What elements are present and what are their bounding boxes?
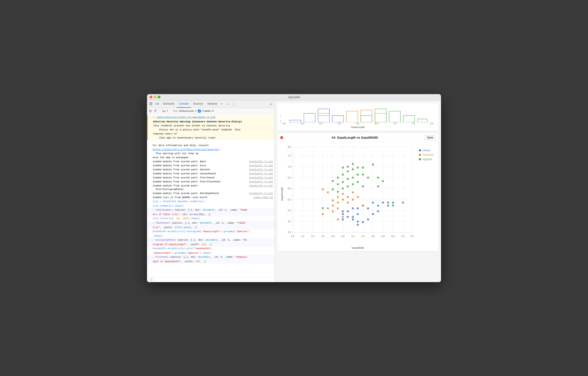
index-html-link[interactable]: index.html:23 [252, 196, 273, 199]
settings-gear-icon[interactable]: ⚙ [212, 109, 214, 113]
svg-point-95 [342, 198, 344, 201]
svg-rect-16 [361, 116, 372, 122]
log-line-blank [147, 140, 274, 143]
log-module-base: loaded module from system path: Base Sta… [147, 159, 274, 164]
repl-cmd-5b: 'SepalLength').groupBy('Species').show() [147, 251, 274, 255]
repl-cmd-4: › StatKnife.attach(iris).histogram('Sepa… [147, 230, 274, 234]
svg-point-73 [357, 213, 359, 215]
electron-docs-link[interactable]: https://electronjs.org/docs/tutorial/sec… [153, 148, 219, 151]
log-module-plotplotpanel: loaded module from system path: Plot/Plo… [147, 180, 274, 184]
charts-panel[interactable]: 2 0 [275, 100, 441, 282]
tab-sources[interactable]: Sources [191, 100, 205, 108]
close-button[interactable] [150, 96, 152, 98]
svg-point-135 [402, 201, 404, 204]
repl-result-2b: iris", _panel: div#2.panel, …} [147, 225, 274, 230]
svg-point-97 [352, 191, 354, 193]
main-content: Elements Console Sources Network » ⚠ 1 ⋮… [147, 100, 441, 282]
console-output[interactable]: ⚠ ▶ /Users/hiro/src/stat…ity-warnings.js… [147, 114, 274, 277]
svg-point-98 [337, 207, 339, 209]
svg-point-113 [347, 170, 349, 173]
svg-text:2.8: 2.8 [331, 235, 335, 237]
svg-text:5.0: 5.0 [288, 209, 291, 212]
statknife-link-2[interactable]: StatKnife.js:143 [247, 164, 273, 167]
svg-point-96 [347, 196, 349, 198]
statknife-link-1[interactable]: StatKnife.js:143 [247, 160, 273, 163]
context-selector[interactable]: top ▼ [161, 109, 170, 113]
svg-point-139 [382, 180, 384, 182]
clear-console-icon[interactable] [148, 109, 152, 113]
svg-point-108 [342, 167, 344, 169]
statknife-link-4[interactable]: StatKnife.js:143 [247, 172, 273, 176]
filter-icon[interactable] [153, 109, 157, 113]
svg-text:3.6: 3.6 [371, 235, 375, 237]
scatter-x-axis-label: SepalWidth [277, 246, 438, 251]
tab-network[interactable]: Network [205, 100, 220, 108]
filter-checkbox[interactable] [198, 110, 201, 113]
svg-point-90 [332, 199, 334, 201]
warning-file-link[interactable]: /Users/hiro/src/stat…ity-warnings.js:170 [156, 116, 215, 118]
devtools-menu-icon[interactable]: ⋮ [230, 102, 237, 106]
log-level-dropdown[interactable]: Default levels ▼ [179, 110, 197, 112]
statknife-link-8[interactable]: StatKnife.js:143 [247, 192, 273, 195]
devtools-close-icon[interactable]: ✕ [269, 102, 273, 106]
console-input-row[interactable]: › [147, 277, 274, 282]
traffic-lights [150, 96, 160, 98]
svg-point-71 [372, 201, 374, 204]
repl-cmd-2: iris.summary().show() [147, 204, 274, 208]
svg-point-132 [377, 185, 379, 187]
svg-rect-20 [418, 119, 427, 122]
more-tabs-icon[interactable]: » [220, 102, 224, 105]
expand-arrow[interactable]: ▶ [153, 116, 154, 118]
statknife-link-7[interactable]: StatKnife.js:143 [247, 184, 273, 191]
tab-console[interactable]: Console [177, 100, 191, 108]
svg-point-114 [352, 168, 354, 170]
statknife-link-6[interactable]: StatKnife.js:143 [247, 180, 273, 184]
svg-text:2.6: 2.6 [321, 235, 325, 237]
svg-point-109 [347, 166, 349, 168]
svg-point-119 [342, 181, 344, 183]
svg-text:7.0: 7.0 [288, 165, 291, 168]
hidden-count-badge: 2 hidden [202, 110, 211, 112]
minimize-button[interactable] [154, 96, 157, 98]
repl-cmd-4b: .show() [147, 234, 274, 238]
scatter-save-button[interactable]: Save [425, 135, 436, 140]
repl-cmd-1: › iris = StatKnife.DataSet.readIris() [147, 199, 274, 204]
expand-result-3[interactable]: ▸ [153, 239, 154, 241]
expand-result-1[interactable]: ▸ [153, 209, 154, 211]
tab-elements[interactable]: Elements [161, 100, 177, 108]
repl-result-3b: stogram of SepalLength", _width: 480, …} [147, 242, 274, 247]
log-line-warning1: This warning will not show up [147, 151, 274, 156]
legend-dot-setosa [419, 149, 421, 151]
svg-point-133 [387, 201, 389, 204]
svg-point-102 [347, 201, 349, 204]
title-bar: stat-knife [147, 94, 441, 100]
svg-point-100 [327, 207, 329, 209]
svg-point-121 [347, 178, 349, 180]
histogram-x-ticks: 4.0 4.5 5.0 5.5 6.0 6.5 7.0 7.5 8.0 [280, 122, 436, 125]
statknife-link-3[interactable]: StatKnife.js:143 [247, 168, 273, 171]
svg-rect-15 [375, 113, 386, 122]
statknife-link-5[interactable]: StatKnife.js:143 [247, 176, 273, 179]
maximize-button[interactable] [158, 96, 160, 98]
svg-point-94 [337, 201, 339, 204]
svg-rect-8 [290, 120, 301, 122]
scatter-chart-indicator [280, 136, 283, 139]
scatter-y-label: SepalLength [280, 144, 284, 243]
histogram-bars-area: 2 0 [280, 104, 436, 122]
svg-text:3.2: 3.2 [351, 235, 355, 237]
svg-point-83 [367, 218, 369, 220]
devtools-panel: Elements Console Sources Network » ⚠ 1 ⋮… [147, 100, 275, 282]
inspect-icon[interactable] [148, 101, 154, 107]
svg-point-91 [337, 196, 339, 198]
device-icon[interactable] [155, 101, 160, 107]
svg-point-67 [342, 213, 344, 215]
expand-result-2[interactable]: ▸ [153, 222, 154, 224]
svg-text:2.2: 2.2 [301, 235, 304, 237]
svg-point-92 [342, 193, 344, 195]
svg-rect-4 [158, 103, 159, 104]
expand-result-4[interactable]: ▸ [153, 256, 154, 258]
svg-point-137 [322, 207, 324, 209]
scatter-legend: setosa versicolor virginica [417, 144, 436, 243]
svg-point-106 [337, 218, 339, 220]
histogram-x-label: SepalLength [280, 125, 436, 129]
